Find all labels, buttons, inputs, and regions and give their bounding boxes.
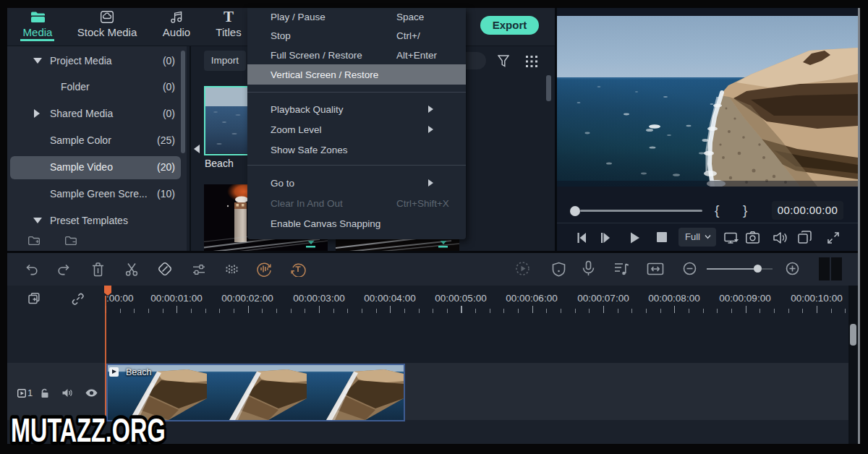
svg-text:MUTAZZ.ORG: MUTAZZ.ORG [11, 411, 166, 450]
